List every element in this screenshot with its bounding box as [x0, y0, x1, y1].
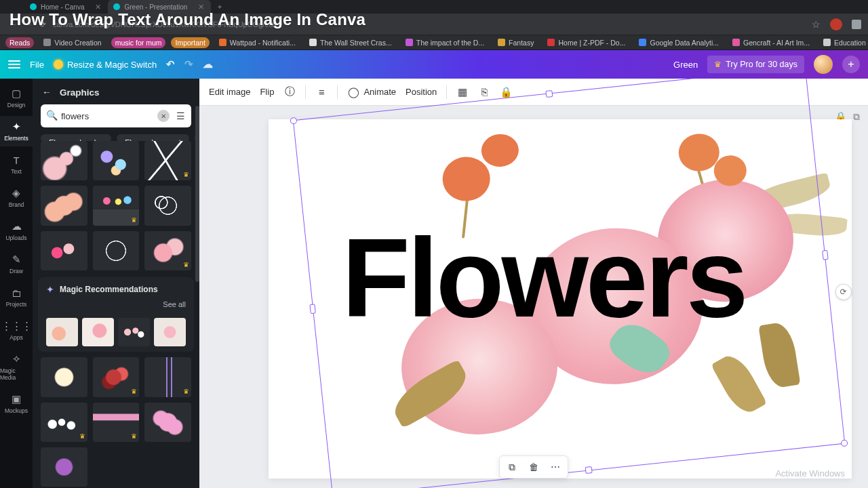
graphic-thumbnail[interactable]: ♛ [93, 357, 140, 396]
undo-button[interactable]: ↶ [166, 58, 175, 70]
graphic-thumbnail[interactable]: ♛ [93, 186, 140, 225]
rail-item-magic-media[interactable]: ✧Magic Media [0, 348, 33, 386]
extension-badge-icon[interactable] [830, 18, 842, 30]
graphic-thumbnail[interactable]: ♛ [144, 231, 191, 270]
bookmark-item[interactable]: Video Creation [39, 37, 105, 48]
canvas-area[interactable]: Edit image Flip ⓘ ≡ ◯ Animate Position ▦… [199, 79, 868, 488]
rail-item-apps[interactable]: ⋮⋮⋮Apps [0, 315, 33, 346]
bookmark-item[interactable]: Gencraft - AI Art Im... [728, 37, 814, 48]
search-filters-icon[interactable]: ☰ [174, 109, 187, 123]
panel-back-button[interactable]: ← [42, 87, 52, 98]
rail-item-draw[interactable]: ✎Draw [0, 249, 33, 279]
share-add-button[interactable]: + [842, 56, 860, 73]
resize-magic-switch-button[interactable]: Resize & Magic Switch [54, 60, 157, 70]
bookmark-item[interactable]: The Wall Street Cras... [305, 37, 396, 48]
search-chip[interactable]: Flower bouquet [117, 134, 189, 141]
bookmark-label: The Wall Street Cras... [320, 39, 392, 47]
bookmark-label: Important [175, 39, 205, 47]
graphic-thumbnail[interactable] [144, 186, 191, 225]
more-icon[interactable]: ⋯ [547, 459, 564, 475]
redo-button[interactable]: ↷ [184, 58, 193, 70]
canvas-text-element[interactable]: Flowers [342, 214, 746, 342]
graphic-thumbnail[interactable]: ♛ [144, 357, 191, 396]
bookmark-item[interactable]: Reads [5, 37, 34, 48]
rail-label: Draw [9, 268, 23, 274]
bookmark-star-icon[interactable]: ☆ [812, 19, 821, 30]
rail-item-elements[interactable]: ✦Elements [0, 116, 33, 146]
graphic-thumbnail[interactable] [144, 403, 191, 442]
position-button[interactable]: Position [406, 87, 437, 97]
bookmarks-bar: ReadsVideo Creationmusic for mumImportan… [0, 35, 868, 50]
magic-rec-thumbnail[interactable] [154, 318, 186, 346]
graphic-thumbnail[interactable] [41, 141, 87, 180]
graphic-thumbnail[interactable] [41, 447, 87, 487]
user-avatar[interactable] [814, 55, 833, 74]
bookmark-item[interactable]: Home | Z-PDF - Do... [543, 37, 629, 48]
graphic-thumbnail[interactable]: ♛ [144, 141, 191, 180]
graphic-thumbnail[interactable] [41, 231, 87, 270]
bookmark-item[interactable]: Education [819, 37, 868, 48]
graphic-thumbnail[interactable] [41, 357, 87, 396]
lock-icon[interactable]: 🔒 [500, 86, 512, 98]
magic-rec-thumbnail[interactable] [118, 318, 150, 346]
rail-icon: ◈ [10, 187, 22, 199]
rail-item-text[interactable]: TText [0, 149, 33, 180]
pro-crown-icon: ♛ [131, 388, 137, 395]
tab-title: Home - Canva [41, 3, 84, 11]
document-name[interactable]: Green [673, 60, 698, 70]
resize-label: Resize & Magic Switch [67, 60, 157, 70]
bookmark-label: Education [834, 39, 866, 47]
edit-image-button[interactable]: Edit image [209, 87, 250, 97]
graphic-thumbnail[interactable]: ♛ [93, 403, 140, 442]
graphic-thumbnail[interactable] [93, 231, 140, 270]
graphic-thumbnail[interactable] [41, 186, 87, 225]
left-rail: ▢Design✦ElementsTText◈Brand☁Uploads✎Draw… [0, 79, 33, 488]
windows-watermark: Activate Windows [775, 468, 845, 479]
graphic-thumbnail[interactable] [93, 141, 140, 180]
info-icon[interactable]: ⓘ [283, 86, 296, 98]
magic-rec-thumbnail[interactable] [46, 318, 78, 346]
rail-item-brand[interactable]: ◈Brand [0, 182, 33, 213]
flip-button[interactable]: Flip [260, 87, 274, 97]
animate-button[interactable]: ◯ Animate [347, 86, 396, 98]
graphic-thumbnail[interactable]: ♛ [41, 403, 87, 442]
bookmark-item[interactable]: Fantasy [494, 37, 538, 48]
bookmark-item[interactable]: Important [171, 37, 209, 48]
rail-item-projects[interactable]: 🗀Projects [0, 282, 33, 312]
hamburger-menu-icon[interactable] [8, 60, 20, 68]
rail-icon: ✧ [10, 353, 22, 365]
bookmark-item[interactable]: music for mum [111, 37, 166, 48]
cloud-sync-icon[interactable]: ☁ [203, 58, 213, 70]
sparkle-icon [54, 60, 63, 69]
list-icon[interactable]: ≡ [315, 86, 328, 98]
tab-favicon [113, 3, 120, 10]
clear-search-button[interactable]: ✕ [157, 110, 170, 122]
copy-style-icon[interactable]: ⎘ [478, 86, 490, 98]
bookmark-favicon [823, 39, 831, 46]
bookmark-label: Reads [9, 39, 30, 47]
bookmark-label: music for mum [115, 39, 162, 47]
search-chip[interactable]: Flowers border [41, 134, 111, 141]
magic-see-all-link[interactable]: See all [163, 300, 186, 308]
delete-icon[interactable]: 🗑 [526, 459, 542, 475]
file-menu[interactable]: File [30, 60, 44, 70]
magic-rec-thumbnail[interactable] [82, 318, 114, 346]
bookmark-favicon [309, 39, 317, 46]
rail-label: Text [11, 168, 22, 175]
try-pro-button[interactable]: ♛ Try Pro for 30 days [707, 56, 804, 73]
page-duplicate-icon[interactable]: ⧉ [853, 111, 860, 123]
tab-title: Green - Presentation [124, 3, 187, 11]
rail-item-uploads[interactable]: ☁Uploads [0, 216, 33, 246]
bookmark-item[interactable]: Google Data Analyti... [635, 37, 723, 48]
transparency-icon[interactable]: ▦ [456, 86, 469, 98]
duplicate-icon[interactable]: ⧉ [504, 459, 520, 475]
bookmark-item[interactable]: Wattpad - Notificati... [215, 37, 300, 48]
pro-crown-icon: ♛ [183, 171, 189, 178]
extensions-icon[interactable] [852, 20, 861, 29]
context-toolbar: Edit image Flip ⓘ ≡ ◯ Animate Position ▦… [199, 79, 868, 106]
rail-label: Design [7, 102, 25, 108]
bookmark-item[interactable]: The impact of the D... [401, 37, 488, 48]
rail-item-design[interactable]: ▢Design [0, 83, 33, 113]
magic-label: Magic Recommendations [60, 285, 158, 294]
rail-item-mockups[interactable]: ▣Mockups [0, 388, 33, 419]
